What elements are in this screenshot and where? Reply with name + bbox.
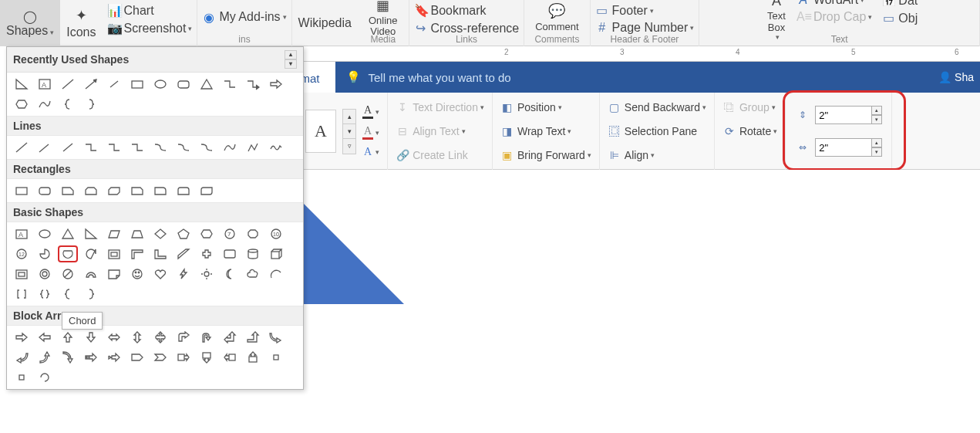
shape-dodecagon[interactable]: 12	[12, 245, 32, 262]
shape-snip2diag-rect[interactable]	[104, 182, 124, 199]
bookmark-button[interactable]: 🔖Bookmark	[414, 2, 487, 19]
wordart-style-preview[interactable]: A	[305, 110, 336, 153]
shape-arrow-uturn[interactable]	[197, 329, 217, 346]
rotate-button[interactable]: ⟳Rotate	[722, 123, 777, 139]
shape-elbow-arrow[interactable]	[243, 76, 263, 93]
screenshot-button[interactable]: 📷Screenshot	[107, 19, 193, 37]
shape-arrow-circular[interactable]	[35, 369, 55, 386]
shape-arc[interactable]	[266, 266, 286, 282]
shape-arrow-quad[interactable]	[150, 329, 170, 346]
shape-round1-rect[interactable]	[150, 182, 170, 199]
addins-button[interactable]: ◉My Add-ins	[202, 8, 286, 26]
bring-forward-button[interactable]: ▣Bring Forward	[500, 147, 591, 163]
shape-arrow-bent[interactable]	[173, 329, 194, 346]
gallery-down-icon[interactable]: ▾	[343, 124, 355, 139]
selection-pane-button[interactable]: ⿴Selection Pane	[608, 123, 706, 139]
shape-lshape[interactable]	[150, 245, 170, 262]
object-button[interactable]: ▭Obj	[881, 9, 918, 27]
shape-diag-stripe[interactable]	[173, 245, 194, 262]
text-effects-button[interactable]: A	[362, 144, 379, 160]
shape-arrow-striped[interactable]	[81, 349, 101, 366]
shapes-button[interactable]: ◯ Shapes	[0, 0, 60, 46]
shape-line-arrow[interactable]	[35, 139, 55, 156]
panel-scroll-down[interactable]: ▾	[285, 59, 297, 69]
shape-cube[interactable]	[266, 245, 286, 262]
shape-lightning[interactable]	[173, 266, 194, 282]
shape-round-rect[interactable]	[35, 182, 55, 199]
position-button[interactable]: ◧Position	[500, 100, 591, 115]
shape-textbox[interactable]: A	[35, 76, 55, 93]
shape-oval2[interactable]	[35, 225, 55, 242]
shape-parallelogram[interactable]	[104, 225, 124, 242]
datetime-button[interactable]: 📅Dat	[881, 0, 918, 9]
shape-rounded-rect[interactable]	[173, 76, 194, 93]
shape-octagon[interactable]	[243, 225, 263, 242]
shape-elbow-arrow[interactable]	[104, 139, 124, 156]
shape-line[interactable]	[58, 76, 78, 93]
shape-arrow-pentagon[interactable]	[127, 349, 147, 366]
panel-scroll-up[interactable]: ▴	[285, 50, 297, 59]
shape-arrow-callout-quad[interactable]	[12, 369, 32, 386]
shape-right-brace[interactable]	[81, 286, 101, 303]
shape-arrow-up[interactable]	[58, 329, 78, 346]
shape-arrow-curved-down[interactable]	[58, 349, 78, 366]
shape-decagon[interactable]: 10	[266, 225, 286, 242]
shape-cross[interactable]	[197, 245, 217, 262]
shape-brace-pair[interactable]	[35, 286, 55, 303]
shape-folded-corner[interactable]	[104, 266, 124, 282]
shape-plaque[interactable]	[220, 245, 240, 262]
online-video-button[interactable]: ▦ Online Video	[362, 0, 404, 39]
gallery-up-icon[interactable]: ▴	[343, 110, 355, 124]
shape-brace-left[interactable]	[58, 96, 78, 113]
shape-arrow-notched[interactable]	[104, 349, 124, 366]
shape-chord[interactable]	[58, 245, 78, 262]
shape-right-triangle[interactable]	[12, 76, 32, 93]
shape-arrow-callout-down[interactable]	[197, 349, 217, 366]
wordart-gallery-scroll[interactable]: ▴▾▿	[342, 109, 356, 154]
width-spin-up[interactable]: ▴	[871, 138, 882, 147]
shape-smiley[interactable]	[127, 266, 147, 282]
shape-pie[interactable]	[35, 245, 55, 262]
shape-line-double-arrow[interactable]	[58, 139, 78, 156]
shape-arrow-callout-lr[interactable]	[266, 349, 286, 366]
inserted-triangle-shape[interactable]	[304, 204, 404, 304]
shape-triangle[interactable]	[197, 76, 217, 93]
shape-arrow-leftright[interactable]	[104, 329, 124, 346]
comment-button[interactable]: 💬 Comment	[529, 1, 584, 34]
shape-oval[interactable]	[150, 76, 170, 93]
shape-scribble[interactable]	[266, 139, 286, 156]
wikipedia-button[interactable]: Wikipedia	[292, 0, 358, 46]
shape-elbow[interactable]	[81, 139, 101, 156]
shape-round2same-rect[interactable]	[173, 182, 194, 199]
shape-arrow-chevron[interactable]	[150, 349, 170, 366]
height-spin-down[interactable]: ▾	[871, 115, 882, 124]
wrap-text-button[interactable]: ◨Wrap Text	[500, 123, 591, 139]
shape-line[interactable]	[12, 139, 32, 156]
shape-moon[interactable]	[220, 266, 240, 282]
shape-bracket-pair[interactable]	[12, 286, 32, 303]
shape-curve-arrow[interactable]	[173, 139, 194, 156]
shape-arrow-callout-right[interactable]	[173, 349, 194, 366]
shape-arrow-curved-right[interactable]	[266, 329, 286, 346]
share-button[interactable]: 👤 Sha	[932, 71, 980, 83]
shape-rect[interactable]	[12, 182, 32, 199]
shape-arrow-callout-left[interactable]	[220, 349, 240, 366]
shape-noentry[interactable]	[58, 266, 78, 282]
shape-frame[interactable]	[104, 245, 124, 262]
shape-arrow-right[interactable]	[12, 329, 32, 346]
shape-sun[interactable]	[197, 266, 217, 282]
shape-double-arrow-line[interactable]	[104, 76, 124, 93]
shape-diamond[interactable]	[150, 225, 170, 242]
shape-arrow-down[interactable]	[81, 329, 101, 346]
create-link-button[interactable]: 🔗Create Link	[396, 147, 484, 163]
shape-curve-double[interactable]	[197, 139, 217, 156]
shape-cloud[interactable]	[243, 266, 263, 282]
shape-can[interactable]	[243, 245, 263, 262]
shape-bevel[interactable]	[12, 266, 32, 282]
shape-arrow-callout-up[interactable]	[243, 349, 263, 366]
shape-teardrop[interactable]	[81, 245, 101, 262]
shape-curve-connector[interactable]	[150, 139, 170, 156]
gallery-more-icon[interactable]: ▿	[343, 139, 355, 154]
document-canvas[interactable]	[304, 170, 980, 401]
align-button[interactable]: ⊫Align	[608, 147, 706, 163]
